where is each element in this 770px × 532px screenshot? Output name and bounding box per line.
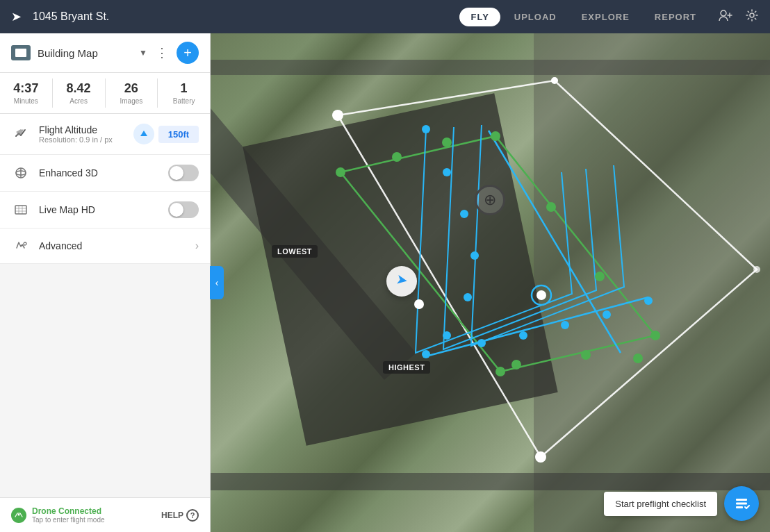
svg-point-37 (443, 331, 451, 340)
svg-point-40 (519, 331, 527, 340)
svg-point-36 (464, 293, 472, 301)
svg-point-38 (422, 350, 430, 358)
drone-marker[interactable]: ➤ (386, 266, 417, 297)
advanced-row[interactable]: Advanced › (0, 228, 210, 264)
stat-minutes: 4:37 Minutes (0, 78, 53, 108)
highest-label: HIGHEST (383, 361, 430, 374)
enhanced-3d-toggle-knob (170, 166, 183, 180)
altitude-up-button[interactable] (133, 124, 154, 144)
svg-point-26 (546, 202, 556, 212)
stat-images-label: Images (120, 97, 142, 105)
help-circle-icon: ? (186, 509, 199, 522)
help-button[interactable]: HELP ? (161, 509, 199, 522)
drone-connected-status: Drone Connected Tap to enter flight mode (11, 506, 105, 524)
advanced-chevron-icon: › (195, 240, 199, 252)
stat-battery: 1 Battery (158, 78, 210, 108)
stat-minutes-value: 4:37 (13, 81, 38, 96)
stat-battery-value: 1 (181, 81, 188, 96)
svg-point-19 (535, 451, 546, 463)
nav-actions (719, 8, 759, 26)
flight-altitude-label: Flight Altitude (39, 124, 133, 135)
svg-rect-47 (736, 503, 747, 505)
tab-fly[interactable]: FLY (459, 8, 500, 26)
add-people-icon[interactable] (719, 9, 734, 25)
advanced-icon (11, 238, 31, 253)
enhanced-3d-row: Enhanced 3D (0, 155, 210, 192)
live-map-hd-toggle[interactable] (168, 201, 199, 218)
svg-rect-5 (15, 206, 26, 214)
altitude-control (133, 124, 199, 144)
svg-point-43 (644, 297, 653, 305)
stat-acres-value: 8.42 (67, 81, 91, 96)
checklist-icon-button[interactable] (724, 486, 759, 521)
navigation-tabs: FLY UPLOAD EXPLORE REPORT (459, 8, 707, 26)
tab-explore[interactable]: EXPLORE (571, 8, 641, 26)
tab-upload[interactable]: UPLOAD (503, 8, 568, 26)
svg-point-22 (336, 167, 345, 177)
stat-acres: 8.42 Acres (53, 78, 106, 108)
live-map-hd-row: Live Map HD (0, 192, 210, 228)
stat-images-value: 26 (124, 81, 138, 96)
preflight-checklist-button[interactable]: Start preflight checklist (604, 492, 717, 516)
collapse-icon: ‹ (215, 277, 219, 288)
svg-point-20 (414, 299, 424, 309)
drone-direction-icon: ➤ (395, 271, 409, 290)
svg-point-42 (603, 310, 611, 319)
svg-point-28 (650, 331, 660, 340)
enhanced-3d-icon (11, 165, 31, 181)
svg-point-17 (551, 77, 558, 84)
sidebar-header: Building Map ▼ ⋮ + (0, 33, 210, 73)
svg-point-23 (392, 152, 402, 162)
sidebar-options: Flight Altitude Resolution: 0.9 in / px (0, 114, 210, 497)
svg-point-35 (470, 251, 479, 260)
map-title: Building Map (38, 47, 136, 59)
flight-altitude-labels: Flight Altitude Resolution: 0.9 in / px (39, 124, 133, 144)
svg-point-29 (581, 350, 591, 360)
map-type-icon (11, 45, 31, 60)
svg-line-15 (426, 297, 648, 356)
enhanced-3d-toggle[interactable] (168, 165, 199, 181)
live-map-hd-icon (11, 202, 31, 217)
flight-altitude-sub: Resolution: 0.9 in / px (39, 135, 133, 144)
altitude-input[interactable] (158, 126, 199, 143)
svg-point-30 (511, 360, 521, 369)
map-area[interactable]: LOWEST HIGHEST ⊕ ➤ Start preflight check… (211, 33, 770, 532)
svg-point-45 (536, 290, 546, 300)
svg-point-39 (477, 339, 486, 347)
map-move-cursor[interactable]: ⊕ (475, 185, 505, 215)
advanced-label: Advanced (39, 240, 195, 251)
sidebar-collapse-tab[interactable]: ‹ (210, 266, 224, 299)
flight-path-svg (211, 33, 770, 532)
svg-point-0 (721, 10, 726, 16)
svg-point-34 (460, 210, 468, 218)
svg-point-25 (491, 131, 500, 141)
move-cursor-icon: ⊕ (484, 191, 496, 209)
drone-connected-label: Drone Connected (32, 506, 105, 516)
flight-altitude-icon (11, 126, 31, 142)
svg-point-24 (442, 138, 452, 147)
stats-row: 4:37 Minutes 8.42 Acres 26 Images 1 Batt… (0, 73, 210, 114)
svg-point-18 (753, 266, 760, 273)
add-button[interactable]: + (177, 42, 199, 64)
drone-tap-label: Tap to enter flight mode (32, 516, 105, 524)
enhanced-3d-label: Enhanced 3D (39, 167, 168, 178)
dropdown-arrow-icon[interactable]: ▼ (139, 48, 147, 58)
live-map-hd-label: Live Map HD (39, 204, 168, 215)
enhanced-3d-labels: Enhanced 3D (39, 167, 168, 178)
flight-altitude-row: Flight Altitude Resolution: 0.9 in / px (0, 114, 210, 155)
svg-point-11 (18, 513, 20, 515)
live-map-hd-toggle-knob (170, 203, 183, 217)
settings-icon[interactable] (745, 8, 759, 26)
svg-point-27 (595, 272, 605, 281)
svg-point-32 (422, 125, 430, 133)
stat-acres-label: Acres (69, 97, 88, 105)
hamburger-menu-icon[interactable]: ➤ (11, 9, 22, 24)
svg-point-16 (332, 110, 343, 121)
lowest-label: LOWEST (272, 245, 318, 258)
stat-images: 26 Images (106, 78, 158, 108)
help-label: HELP (161, 510, 183, 520)
svg-point-21 (633, 354, 643, 363)
tab-report[interactable]: REPORT (644, 8, 707, 26)
svg-point-41 (561, 321, 569, 329)
more-options-icon[interactable]: ⋮ (156, 45, 168, 60)
